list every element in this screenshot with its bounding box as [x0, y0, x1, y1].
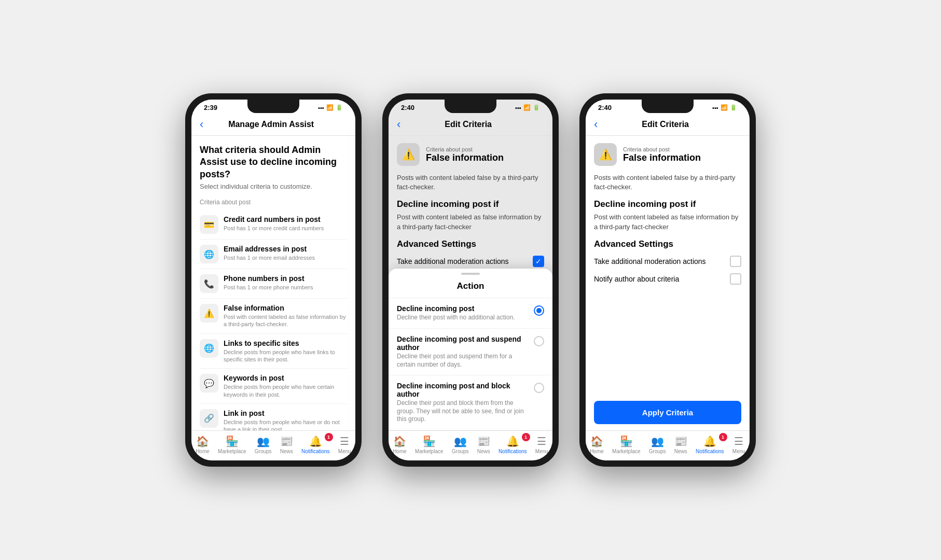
criteria-body-2: Posts with content labeled false by a th…: [389, 173, 552, 278]
criteria-name: Keywords in post: [224, 374, 347, 382]
nav-home[interactable]: 🏠 Home: [196, 435, 210, 454]
checkbox-take-checked[interactable]: ✓: [533, 256, 544, 267]
notification-badge-3: 1: [719, 433, 727, 441]
sheet-option-1[interactable]: Decline incoming post Decline their post…: [389, 298, 552, 329]
radio-empty-2[interactable]: [534, 336, 544, 346]
groups-icon-2: 👥: [454, 435, 467, 447]
nav-news-2[interactable]: 📰 News: [477, 435, 490, 454]
notch-2: [445, 100, 496, 113]
criteria-title-2: False information: [426, 152, 504, 163]
nav-news[interactable]: 📰 News: [280, 435, 293, 454]
screen-content-2[interactable]: ⚠️ Criteria about post False information…: [389, 136, 552, 430]
nav-notifications[interactable]: 🔔 1 Notifications: [301, 435, 329, 454]
nav-groups[interactable]: 👥 Groups: [255, 435, 272, 454]
criteria-name: Link in post: [224, 409, 347, 417]
phone-3: 2:40 ▪▪▪ 📶 🔋 ‹ Edit Criteria ⚠️ Criteria…: [579, 93, 756, 467]
keyword-icon: 💬: [200, 374, 218, 393]
radio-selected-1[interactable]: [534, 305, 544, 316]
battery-icon: 🔋: [336, 104, 343, 111]
sheet-option-2[interactable]: Decline incoming post and suspend author…: [389, 329, 552, 375]
radio-empty-3[interactable]: [534, 383, 544, 393]
advanced-title-2: Advanced Settings: [397, 239, 544, 249]
back-button-1[interactable]: ‹: [200, 118, 203, 131]
nav-notifications-2[interactable]: 🔔 1 Notifications: [499, 435, 527, 454]
decline-title-2: Decline incoming post if: [397, 199, 544, 209]
sheet-option-3[interactable]: Decline incoming post and block author D…: [389, 375, 552, 430]
sheet-option-text-3: Decline incoming post and block author D…: [397, 382, 528, 424]
nav-marketplace-3[interactable]: 🏪 Marketplace: [612, 435, 640, 454]
advanced-take-label-3: Take additional moderation actions: [594, 257, 706, 265]
checkbox-take-empty-3[interactable]: [730, 256, 741, 267]
list-item[interactable]: 📞 Phone numbers in post Post has 1 or mo…: [200, 269, 347, 299]
criteria-name: Email addresses in post: [224, 245, 347, 253]
nav-groups-2[interactable]: 👥 Groups: [452, 435, 469, 454]
notifications-icon-3: 🔔: [703, 435, 716, 447]
list-item[interactable]: 🌐 Links to specific sites Decline posts …: [200, 334, 347, 369]
nav-menu-label-3: Menu: [732, 449, 745, 454]
list-item[interactable]: 💬 Keywords in post Decline posts from pe…: [200, 369, 347, 404]
sheet-option-text-1: Decline incoming post Decline their post…: [397, 304, 528, 322]
nav-notifications-3[interactable]: 🔔 1 Notifications: [696, 435, 724, 454]
nav-menu-2[interactable]: ☰ Menu: [535, 435, 548, 454]
nav-menu[interactable]: ☰ Menu: [338, 435, 351, 454]
signal-icon-2: ▪▪▪: [515, 105, 521, 111]
screen-content-1[interactable]: What criteria should Admin Assist use to…: [191, 136, 355, 430]
criteria-body-3: Posts with content labeled false by a th…: [586, 173, 750, 296]
link-icon: 🔗: [200, 409, 218, 428]
nav-marketplace[interactable]: 🏪 Marketplace: [218, 435, 246, 454]
nav-groups-3[interactable]: 👥 Groups: [649, 435, 666, 454]
credit-card-icon: 💳: [200, 215, 218, 234]
news-icon-2: 📰: [477, 435, 490, 447]
list-item[interactable]: ⚠️ False information Post with content l…: [200, 299, 347, 334]
battery-icon-2: 🔋: [533, 104, 540, 111]
nav-marketplace-label-2: Marketplace: [415, 449, 443, 454]
screen-content-3[interactable]: ⚠️ Criteria about post False information…: [586, 136, 750, 395]
nav-marketplace-2[interactable]: 🏪 Marketplace: [415, 435, 443, 454]
back-button-3[interactable]: ‹: [594, 118, 598, 131]
list-item[interactable]: 🌐 Email addresses in post Post has 1 or …: [200, 240, 347, 269]
nav-home-2[interactable]: 🏠 Home: [393, 435, 407, 454]
wifi-icon-2: 📶: [523, 104, 531, 111]
nav-notifications-label-2: Notifications: [499, 449, 527, 454]
phones-container: 2:39 ▪▪▪ 📶 🔋 ‹ Manage Admin Assist What …: [185, 93, 756, 467]
wifi-icon-3: 📶: [721, 104, 728, 111]
nav-home-3[interactable]: 🏠 Home: [590, 435, 604, 454]
nav-groups-label-2: Groups: [452, 449, 469, 454]
sheet-title: Action: [389, 281, 552, 298]
apply-criteria-button[interactable]: Apply Criteria: [594, 401, 741, 424]
nav-notifications-label: Notifications: [301, 449, 329, 454]
news-icon-3: 📰: [674, 435, 687, 447]
notifications-icon: 🔔: [309, 435, 322, 447]
menu-icon: ☰: [340, 435, 349, 447]
decline-desc-2: Post with content labeled as false infor…: [397, 213, 544, 231]
sheet-option-desc-2: Decline their post and suspend them for …: [397, 353, 528, 369]
criteria-text: Credit card numbers in post Post has 1 o…: [224, 215, 347, 232]
criteria-desc: Post has 1 or more phone numbers: [224, 284, 347, 291]
checkbox-notify-empty-3[interactable]: [730, 273, 741, 285]
criteria-header-text-3: Criteria about post False information: [623, 146, 701, 163]
bottom-nav-1: 🏠 Home 🏪 Marketplace 👥 Groups 📰 News 🔔: [191, 430, 355, 460]
criteria-name: Phone numbers in post: [224, 274, 347, 283]
advanced-row-take: Take additional moderation actions ✓: [397, 253, 544, 270]
back-button-2[interactable]: ‹: [397, 118, 400, 131]
list-item[interactable]: 🔗 Link in post Decline posts from people…: [200, 404, 347, 430]
nav-groups-label-3: Groups: [649, 449, 666, 454]
notch-1: [247, 100, 299, 113]
phone-1: 2:39 ▪▪▪ 📶 🔋 ‹ Manage Admin Assist What …: [185, 93, 362, 467]
time-2: 2:40: [401, 104, 414, 111]
signal-icon: ▪▪▪: [318, 105, 324, 111]
criteria-desc: Post with content labeled as false infor…: [224, 313, 347, 328]
phone-3-screen: 2:40 ▪▪▪ 📶 🔋 ‹ Edit Criteria ⚠️ Criteria…: [586, 100, 750, 460]
criteria-text: Links to specific sites Decline posts fr…: [224, 339, 347, 363]
advanced-take-label: Take additional moderation actions: [397, 257, 509, 265]
criteria-name: Links to specific sites: [224, 339, 347, 347]
notifications-icon-2: 🔔: [506, 435, 519, 447]
nav-news-3[interactable]: 📰 News: [674, 435, 687, 454]
criteria-desc-2: Posts with content labeled false by a th…: [397, 173, 544, 192]
sheet-option-desc-3: Decline their post and block them from t…: [397, 399, 528, 424]
nav-groups-label: Groups: [255, 449, 272, 454]
nav-home-label-3: Home: [590, 449, 604, 454]
time-3: 2:40: [598, 104, 612, 111]
nav-menu-3[interactable]: ☰ Menu: [732, 435, 745, 454]
list-item[interactable]: 💳 Credit card numbers in post Post has 1…: [200, 210, 347, 240]
